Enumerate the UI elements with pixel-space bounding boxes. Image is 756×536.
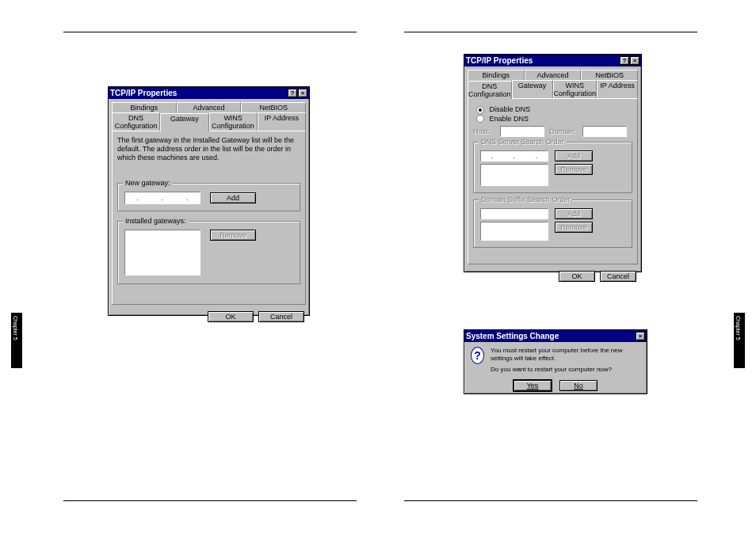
enable-dns-label: Enable DNS xyxy=(490,115,529,123)
dialog-title: TCP/IP Properties xyxy=(110,89,177,97)
add-button[interactable]: Add xyxy=(555,150,593,162)
tab-dns-configuration[interactable]: DNS Configuration xyxy=(468,81,512,99)
ok-button[interactable]: OK xyxy=(208,311,254,322)
titlebar[interactable]: TCP/IP Properties ? × xyxy=(464,55,641,67)
info-icon: ? xyxy=(471,347,484,364)
add-button[interactable]: Add xyxy=(210,192,256,203)
close-button[interactable]: × xyxy=(298,89,307,97)
tab-advanced[interactable]: Advanced xyxy=(525,70,582,80)
host-input[interactable] xyxy=(500,126,544,137)
message-line-2: Do you want to restart your computer now… xyxy=(491,366,640,374)
domain-suffix-list[interactable] xyxy=(480,222,548,241)
close-button[interactable]: × xyxy=(636,332,645,340)
remove-button[interactable]: Remove xyxy=(210,230,256,241)
tab-ip-address[interactable]: IP Address xyxy=(597,80,638,98)
dns-list[interactable] xyxy=(480,164,548,186)
dialog-title: TCP/IP Properties xyxy=(466,56,533,65)
help-button[interactable]: ? xyxy=(620,56,629,65)
cancel-button[interactable]: Cancel xyxy=(600,271,636,282)
side-tab-left: Chapter 5 xyxy=(11,313,22,368)
disable-dns-label: Disable DNS xyxy=(490,105,531,113)
side-tab-right: Chapter 5 xyxy=(734,313,745,368)
tcpip-gateway-dialog: TCP/IP Properties ? × Bindings Advanced … xyxy=(108,86,310,316)
new-gateway-input[interactable]: ... xyxy=(124,192,200,204)
help-button[interactable]: ? xyxy=(288,89,297,97)
no-button[interactable]: No xyxy=(559,380,598,391)
intro-text: The first gateway in the Installed Gatew… xyxy=(117,136,300,162)
domain-input[interactable] xyxy=(582,126,627,137)
dns-panel: Disable DNS Enable DNS Host: Domain: DNS… xyxy=(468,98,638,264)
tab-bindings[interactable]: Bindings xyxy=(468,70,525,80)
divider xyxy=(63,32,357,32)
host-label: Host: xyxy=(473,127,495,135)
add-button-2[interactable]: Add xyxy=(555,208,593,219)
titlebar[interactable]: TCP/IP Properties ? × xyxy=(109,87,309,99)
divider xyxy=(404,500,697,501)
tab-wins-configuration[interactable]: WINS Configuration xyxy=(209,112,258,131)
enable-dns-radio[interactable] xyxy=(476,115,484,123)
divider xyxy=(404,32,697,32)
tcpip-dns-dialog: TCP/IP Properties ? × Bindings Advanced … xyxy=(464,54,642,272)
tab-ip-address[interactable]: IP Address xyxy=(258,112,306,131)
dns-ip-input[interactable]: ... xyxy=(480,150,548,162)
tab-wins-configuration[interactable]: WINS Configuration xyxy=(553,80,598,98)
domain-suffix-input[interactable] xyxy=(480,208,548,219)
remove-button-2[interactable]: Remove xyxy=(555,222,593,233)
tabs-back-row: Bindings Advanced NetBIOS xyxy=(112,102,306,112)
yes-button[interactable]: Yes xyxy=(514,380,552,391)
installed-gateways-list[interactable] xyxy=(124,230,200,276)
side-tab-label: Chapter 5 xyxy=(11,313,18,340)
titlebar[interactable]: System Settings Change × xyxy=(464,330,647,342)
tabs-front-row: DNS Configuration Gateway WINS Configura… xyxy=(112,112,306,131)
ok-button[interactable]: OK xyxy=(559,271,595,282)
tab-gateway[interactable]: Gateway xyxy=(160,113,208,131)
message-line-1: You must restart your computer before th… xyxy=(491,347,640,363)
side-tab-label: Chapter 5 xyxy=(734,313,741,340)
cancel-button[interactable]: Cancel xyxy=(258,311,304,322)
tab-advanced[interactable]: Advanced xyxy=(177,102,242,112)
tab-dns-configuration[interactable]: DNS Configuration xyxy=(112,112,160,131)
dns-search-order-label: DNS Server Search Order xyxy=(479,138,567,146)
close-button[interactable]: × xyxy=(630,56,640,65)
disable-dns-radio[interactable] xyxy=(476,106,484,114)
domain-label: Domain: xyxy=(549,127,578,135)
tab-netbios[interactable]: NetBIOS xyxy=(581,70,638,80)
tab-bindings[interactable]: Bindings xyxy=(112,102,177,112)
gateway-panel: The first gateway in the Installed Gatew… xyxy=(112,131,306,305)
domain-suffix-label: Domain Suffix Search Order xyxy=(479,196,572,203)
installed-gateways-label: Installed gateways: xyxy=(123,217,189,225)
dialog-title: System Settings Change xyxy=(466,332,559,340)
tab-gateway[interactable]: Gateway xyxy=(512,80,553,98)
system-settings-change-dialog: System Settings Change × ? You must rest… xyxy=(464,329,647,394)
tab-netbios[interactable]: NetBIOS xyxy=(241,102,306,112)
divider xyxy=(63,500,357,501)
new-gateway-label: New gateway: xyxy=(123,179,173,187)
remove-button[interactable]: Remove xyxy=(555,164,593,175)
